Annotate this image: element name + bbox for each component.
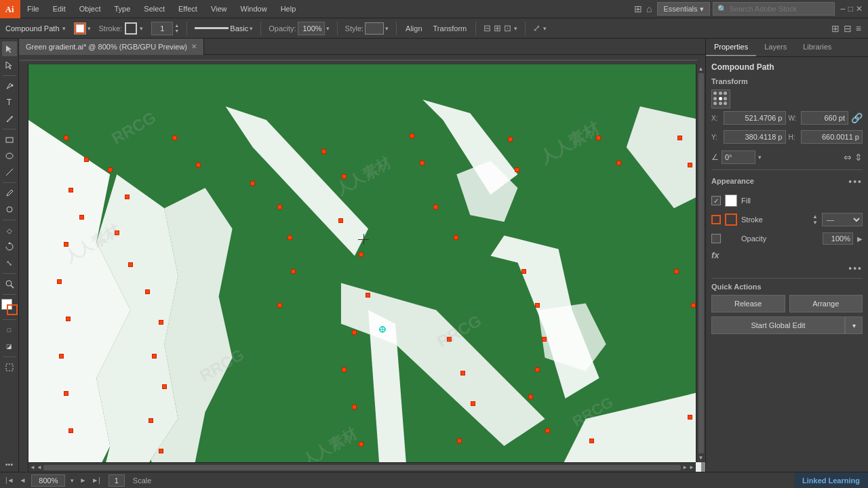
pencil-tool[interactable] <box>2 111 17 126</box>
flip-vert-icon[interactable]: ⇕ <box>854 152 863 163</box>
angle-dropdown-icon[interactable]: ▾ <box>758 154 762 161</box>
scroll-right-prev-icon[interactable]: ◄ <box>37 464 42 470</box>
v-scrollbar[interactable]: ▲ ▼ <box>696 64 705 462</box>
align-chevron[interactable]: ▾ <box>514 25 517 32</box>
menu-effect[interactable]: Effect <box>172 0 204 18</box>
blob-brush-tool[interactable] <box>2 202 17 217</box>
stroke-weight-input[interactable] <box>151 22 173 35</box>
nav-first-icon[interactable]: |◄ <box>5 476 14 484</box>
scroll-up-icon[interactable]: ▲ <box>698 66 704 72</box>
zoom-dropdown-icon[interactable]: ▾ <box>71 477 74 484</box>
nav-last-icon[interactable]: ►| <box>92 476 100 484</box>
fill-color-btn[interactable]: ▾ <box>71 20 94 37</box>
select-tool[interactable] <box>2 41 17 56</box>
tab-close-icon[interactable]: ✕ <box>191 43 197 50</box>
scale-tool[interactable]: ⤡ <box>2 256 17 270</box>
link-wh-icon[interactable]: 🔗 <box>851 113 863 123</box>
stroke-stepper[interactable]: ▲ ▼ <box>812 214 818 226</box>
home-icon[interactable]: ⌂ <box>646 3 652 14</box>
canvas-wrapper[interactable]: RRCG 人人素材 RRCG 人人素材 RRCG 人人素材 人人素材 RRCG … <box>19 55 705 472</box>
direct-select-tool[interactable] <box>2 58 17 73</box>
menu-type[interactable]: Type <box>108 0 138 18</box>
ellipse-tool[interactable] <box>2 148 17 163</box>
arrange-button[interactable]: Arrange <box>789 295 863 312</box>
more-tools-btn[interactable]: ••• <box>2 457 17 472</box>
transform2-chevron[interactable]: ▾ <box>543 25 547 32</box>
distribute-icon[interactable]: ⊡ <box>504 23 511 33</box>
zoom-input[interactable] <box>31 474 65 487</box>
stroke-style-dropdown[interactable]: Basic ▾ <box>192 20 256 37</box>
fx-more-icon[interactable]: ••• <box>848 263 863 274</box>
menu-file[interactable]: File <box>20 0 46 18</box>
stroke-color-box[interactable] <box>125 22 137 35</box>
scroll-left-icon[interactable]: ◄ <box>30 464 35 470</box>
opacity-value-input[interactable] <box>823 232 853 245</box>
nav-next-icon[interactable]: ► <box>79 476 86 484</box>
document-tab[interactable]: Green gradient.ai* @ 800% (RGB/GPU Previ… <box>19 39 204 55</box>
align-btn[interactable]: Align <box>401 20 426 37</box>
opacity-expand-icon[interactable]: ▶ <box>857 235 863 243</box>
search-box[interactable]: 🔍 <box>713 2 835 16</box>
w-input[interactable] <box>801 111 849 125</box>
h-scrollbar[interactable]: ◄ ◄ ► ► <box>28 462 696 472</box>
scroll-down-icon[interactable]: ▼ <box>698 455 704 461</box>
stroke-swatch[interactable] <box>7 304 18 315</box>
stroke-arrows[interactable]: ▲ ▼ <box>174 23 179 33</box>
opacity-checkbox[interactable] <box>711 234 721 243</box>
pen-tool[interactable] <box>2 79 17 94</box>
tab-libraries[interactable]: Libraries <box>795 39 840 56</box>
fill-checkbox[interactable]: ✓ <box>711 196 721 205</box>
transform-btn[interactable]: Transform <box>429 20 471 37</box>
scroll-next-icon[interactable]: ► <box>682 464 688 470</box>
fx-icon[interactable]: fx <box>711 250 719 260</box>
h-input[interactable] <box>801 130 863 144</box>
menu-select[interactable]: Select <box>137 0 172 18</box>
artboard-tool[interactable] <box>2 360 17 375</box>
v-scroll-track[interactable] <box>698 73 704 453</box>
menu-edit[interactable]: Edit <box>46 0 73 18</box>
global-edit-dropdown-btn[interactable]: ▾ <box>845 317 863 334</box>
page-input[interactable] <box>108 474 125 487</box>
search-input[interactable] <box>730 5 818 13</box>
arrange-panels-icon[interactable]: ⊞ <box>634 3 642 14</box>
type-tool[interactable]: T <box>2 95 17 110</box>
menu-window[interactable]: Window <box>234 0 274 18</box>
line-tool[interactable] <box>2 165 17 180</box>
align-center-icon[interactable]: ⊞ <box>494 23 501 33</box>
opacity-input[interactable] <box>298 22 325 35</box>
stroke-color-swatch[interactable] <box>725 214 737 226</box>
h-scroll-track[interactable] <box>43 465 681 470</box>
y-input[interactable] <box>724 130 786 144</box>
align-left-icon[interactable]: ⊟ <box>484 23 491 33</box>
panel-cols-icon[interactable]: ⊞ <box>831 23 840 34</box>
paintbrush-tool[interactable] <box>2 186 17 201</box>
stroke-checkbox[interactable] <box>711 215 721 224</box>
minimize-button[interactable]: − <box>840 3 846 14</box>
linked-learning-banner[interactable]: Linked Learning <box>794 472 868 489</box>
panel-more-icon[interactable]: ≡ <box>856 23 861 34</box>
eraser-tool[interactable]: ◇ <box>2 223 17 238</box>
transform-anchor-widget[interactable] <box>711 89 730 108</box>
style-swatch[interactable] <box>365 22 384 35</box>
release-button[interactable]: Release <box>711 295 785 312</box>
menu-object[interactable]: Object <box>73 0 108 18</box>
scroll-right-icon[interactable]: ► <box>689 464 694 470</box>
canvas-document[interactable]: RRCG 人人素材 RRCG 人人素材 RRCG 人人素材 人人素材 RRCG <box>28 64 701 472</box>
appearance-more-icon[interactable]: ••• <box>848 176 863 187</box>
normal-mode-btn[interactable]: □ <box>2 323 17 338</box>
nav-prev-icon[interactable]: ◄ <box>20 476 26 484</box>
menu-view[interactable]: View <box>204 0 234 18</box>
x-input[interactable] <box>724 111 786 125</box>
menu-help[interactable]: Help <box>274 0 303 18</box>
panel-rows-icon[interactable]: ⊟ <box>844 23 852 34</box>
draw-mode-btn[interactable]: ◪ <box>2 339 17 354</box>
transform2-icon[interactable]: ⤢ <box>533 23 540 33</box>
flip-horiz-icon[interactable]: ⇔ <box>844 152 852 163</box>
fill-color-swatch[interactable] <box>725 195 737 207</box>
restore-button[interactable]: □ <box>848 4 853 14</box>
workspace-selector[interactable]: Essentials ▾ <box>657 2 709 16</box>
zoom-tool[interactable] <box>2 277 17 291</box>
tab-properties[interactable]: Properties <box>706 39 756 56</box>
close-button[interactable]: ✕ <box>856 4 863 14</box>
rectangle-tool[interactable] <box>2 132 17 147</box>
